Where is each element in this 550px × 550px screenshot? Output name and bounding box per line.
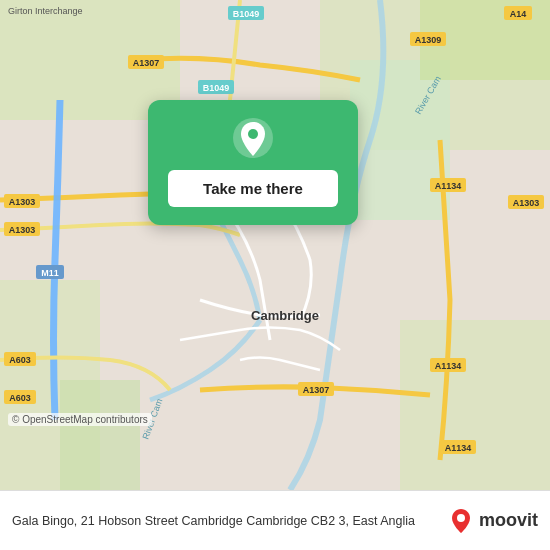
svg-text:A1303: A1303 [513,198,540,208]
svg-text:A1134: A1134 [445,443,472,453]
svg-text:A1303: A1303 [9,197,36,207]
take-me-there-button[interactable]: Take me there [168,170,338,207]
address-text: Gala Bingo, 21 Hobson Street Cambridge C… [12,514,447,528]
moovit-text: moovit [479,510,538,531]
svg-text:B1049: B1049 [203,83,230,93]
svg-text:A1134: A1134 [435,181,462,191]
popup-card: Take me there [148,100,358,225]
svg-text:A1307: A1307 [303,385,330,395]
svg-text:A14: A14 [510,9,527,19]
svg-text:A603: A603 [9,355,31,365]
svg-text:Girton Interchange: Girton Interchange [8,6,83,16]
copyright-text: © OpenStreetMap contributors [8,413,152,426]
svg-text:A1309: A1309 [415,35,442,45]
moovit-logo-icon [447,507,475,535]
svg-text:A1303: A1303 [9,225,36,235]
svg-text:A603: A603 [9,393,31,403]
svg-text:M11: M11 [41,268,59,278]
svg-text:A1307: A1307 [133,58,160,68]
svg-rect-6 [400,320,550,490]
info-bar: Gala Bingo, 21 Hobson Street Cambridge C… [0,490,550,550]
svg-text:Cambridge: Cambridge [251,308,319,323]
map-container: Girton Interchange B1049 A1309 A1307 B10… [0,0,550,490]
svg-point-44 [457,514,465,522]
location-pin-icon [231,116,275,160]
svg-text:A1134: A1134 [435,361,462,371]
svg-text:B1049: B1049 [233,9,260,19]
svg-point-43 [248,129,258,139]
svg-rect-5 [60,380,140,490]
moovit-logo: moovit [447,507,538,535]
